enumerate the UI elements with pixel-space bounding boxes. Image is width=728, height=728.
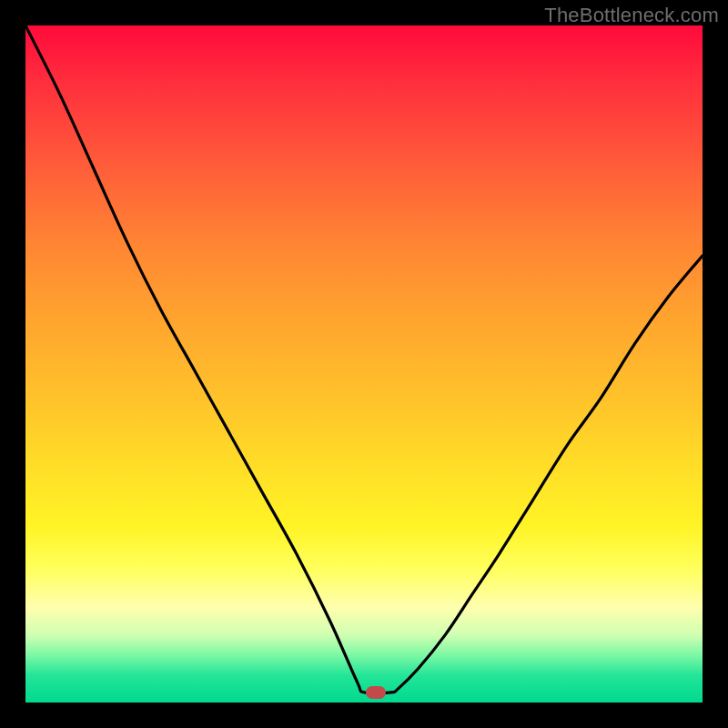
optimal-point-marker [366,686,386,699]
watermark-text: TheBottleneck.com [544,4,719,27]
chart-frame: TheBottleneck.com [0,0,728,728]
plot-area [25,25,703,703]
bottleneck-curve [25,25,703,703]
